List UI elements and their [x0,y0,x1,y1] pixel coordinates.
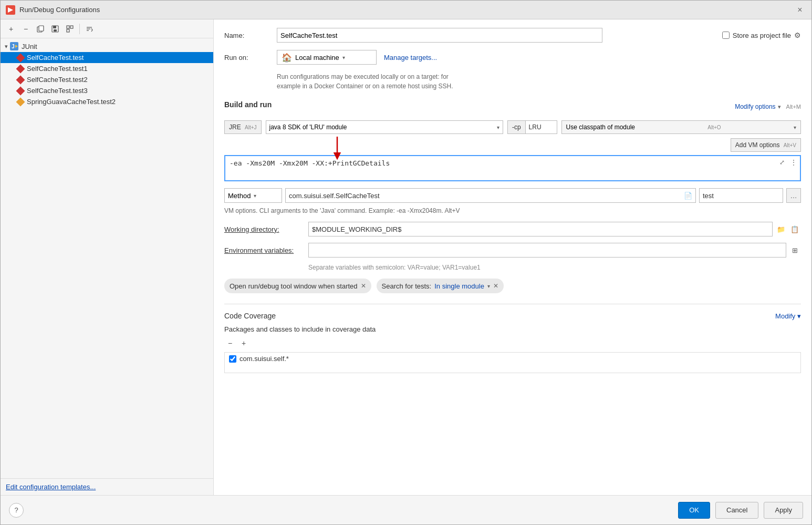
coverage-item-label: com.suisui.self.* [240,355,289,363]
cp-label: -cp [507,120,526,134]
run-on-label: Run on: [224,54,277,61]
method-dropdown[interactable]: Method ▾ [224,188,282,203]
modify-options-area: Modify options ▾ Alt+M [735,103,801,110]
test-item-icon [16,53,25,62]
svg-rect-5 [54,29,57,32]
class-input[interactable]: com.suisui.self.SelfCacheTest 📄 [285,188,696,203]
apply-button[interactable]: Apply [764,502,803,519]
vm-hint: VM options. CLI arguments to the 'Java' … [224,207,801,214]
search-tests-dropdown-arrow[interactable]: ▾ [487,283,490,289]
gear-icon[interactable]: ⚙ [794,31,801,39]
window-title: Run/Debug Configurations [19,6,794,14]
env-expand-button[interactable]: ⊞ [788,244,801,256]
left-panel: + − ▾ [1,19,214,495]
modify-options-link[interactable]: Modify options [735,103,775,110]
modify-link[interactable]: Modify ▾ [775,312,801,320]
code-coverage-header: Code Coverage Modify ▾ [224,312,801,320]
manage-targets-link[interactable]: Manage targets... [384,54,437,61]
ok-button[interactable]: OK [678,502,710,519]
method-browse-button[interactable]: … [786,188,801,203]
tree-item-label-1: SelfCacheTest.test1 [27,65,88,73]
add-config-button[interactable]: + [5,23,17,35]
name-input[interactable] [277,28,602,43]
copy-config-button[interactable] [34,23,47,35]
chevron-icon: ▾ [5,43,8,50]
coverage-add-button[interactable]: + [238,337,249,349]
app-icon [6,5,15,15]
working-dir-browse-button[interactable]: 📁 [775,223,787,235]
svg-rect-2 [39,26,44,31]
env-variables-input[interactable] [308,243,786,258]
add-vm-button[interactable]: Add VM options Alt+V [731,138,801,152]
working-directory-row: Working directory: $MODULE_WORKING_DIR$ … [224,222,801,236]
save-config-button[interactable] [49,23,61,35]
test-item-icon [16,64,25,73]
class-browse-button[interactable]: 📄 [684,192,692,200]
modify-options-shortcut: ▾ [778,104,781,110]
config-tree: ▾ J JUnit SelfCacheTest.test [1,38,213,478]
svg-rect-4 [53,26,56,28]
packages-label: Packages and classes to include in cover… [224,325,801,333]
local-machine-label: Local machine [295,54,339,61]
jre-dropdown[interactable]: java 8 SDK of 'LRU' module ▾ [266,120,503,134]
dropdown-arrow-icon: ▾ [342,55,345,60]
tree-item-3[interactable]: SelfCacheTest.test3 [1,85,213,96]
vm-options-expand-button[interactable]: ⤢ [777,157,787,168]
coverage-remove-button[interactable]: − [224,337,236,349]
jre-button[interactable]: JRE Alt+J [224,120,262,134]
cancel-button[interactable]: Cancel [715,502,758,519]
toolbar-separator [79,24,80,34]
test-item-icon-orange [16,97,25,106]
cp-value: LRU [526,120,557,134]
jre-row: JRE Alt+J java 8 SDK of 'LRU' module ▾ -… [224,120,801,134]
use-classpath-button[interactable]: Use classpath of module Alt+O ▾ [561,120,801,134]
coverage-item-0: com.suisui.self.* [225,353,800,365]
bottom-bar: ? OK Cancel Apply [1,495,811,524]
tree-item-label-0: SelfCacheTest.test [27,54,84,61]
env-variables-label: Environment variables: [224,246,308,254]
junit-group[interactable]: ▾ J JUnit [1,40,213,52]
name-label: Name: [224,32,277,39]
title-bar: Run/Debug Configurations × [1,1,811,19]
method-row: Method ▾ com.suisui.self.SelfCacheTest 📄… [224,188,801,203]
move-config-button[interactable] [64,23,76,35]
search-tests-close[interactable]: ✕ [493,282,498,290]
svg-rect-7 [70,26,73,28]
build-run-header: Build and run Modify options ▾ Alt+M [224,98,801,115]
close-button[interactable]: × [794,4,806,16]
search-tests-chip: Search for tests: In single module ▾ ✕ [377,279,504,293]
working-dir-actions: 📁 📋 [775,223,801,235]
vm-options-edit-button[interactable]: ⋮ [788,157,799,168]
main-content: + − ▾ [1,19,811,495]
remove-config-button[interactable]: − [19,23,32,35]
svg-marker-0 [8,7,13,13]
red-arrow-indicator [324,134,350,160]
vm-options-wrapper: -ea -Xms20M -Xmx20M -XX:+PrintGCDetails … [224,155,801,183]
vm-options-action-buttons: ⤢ ⋮ [777,157,799,168]
coverage-item-checkbox[interactable] [229,355,236,363]
local-machine-dropdown[interactable]: 🏠 Local machine ▾ [277,50,377,65]
working-dir-macro-button[interactable]: 📋 [788,223,801,235]
help-button[interactable]: ? [9,503,24,518]
section-divider [224,304,801,304]
vm-options-input[interactable]: -ea -Xms20M -Xmx20M -XX:+PrintGCDetails [224,155,801,181]
search-tests-value[interactable]: In single module [434,282,484,290]
store-project-row: Store as project file ⚙ [722,31,801,39]
tree-item-0[interactable]: SelfCacheTest.test [1,52,213,63]
tree-item-4[interactable]: SpringGuavaCacheTest.test2 [1,96,213,107]
name-row: Name: Store as project file ⚙ [224,28,801,43]
bottom-buttons: OK Cancel Apply [678,502,803,519]
edit-templates-link[interactable]: Edit configuration templates... [1,478,213,495]
code-coverage-title: Code Coverage [224,312,276,320]
method-input[interactable]: test [699,188,783,203]
open-run-debug-close[interactable]: ✕ [361,282,366,290]
tree-item-1[interactable]: SelfCacheTest.test1 [1,63,213,74]
working-directory-input[interactable]: $MODULE_WORKING_DIR$ [308,222,773,236]
sort-config-button[interactable] [83,23,96,35]
tree-item-2[interactable]: SelfCacheTest.test2 [1,74,213,85]
use-classpath-arrow: ▾ [794,125,796,130]
add-vm-row: Add VM options Alt+V [224,138,801,152]
modify-options-kbd: Alt+M [786,104,801,110]
tree-item-label-2: SelfCacheTest.test2 [27,76,88,84]
store-project-checkbox[interactable] [722,32,730,39]
